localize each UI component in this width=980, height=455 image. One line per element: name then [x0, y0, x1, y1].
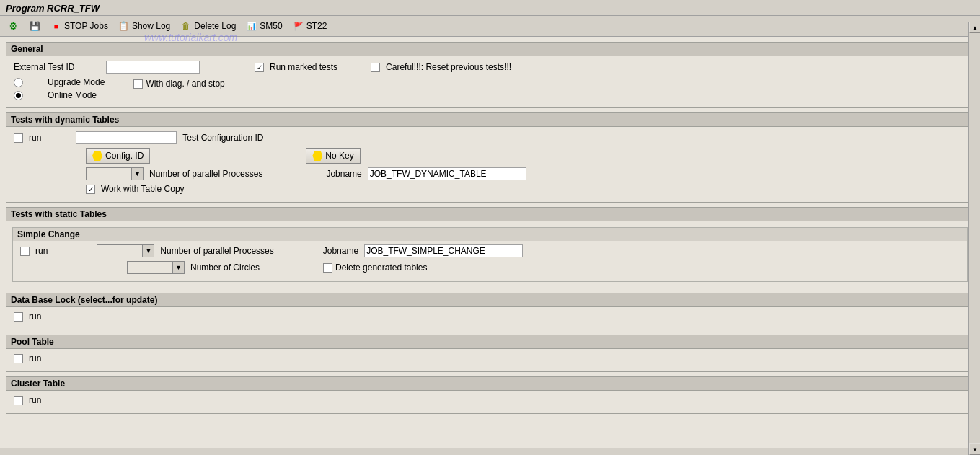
log-icon: 📋 — [118, 20, 130, 32]
mode-group: Upgrade Mode Online Mode — [14, 77, 105, 103]
scroll-down-button[interactable]: ▼ — [969, 443, 980, 455]
circles-dropdown[interactable]: ▼ — [127, 261, 185, 274]
careful-reset-checkbox[interactable] — [371, 63, 380, 72]
save-icon: 💾 — [29, 20, 40, 32]
scroll-thumb[interactable] — [969, 33, 980, 443]
simple-num-parallel-label: Number of parallel Processes — [160, 246, 273, 256]
dynamic-tables-body: run Test Configuration ID Config. ID No … — [6, 127, 974, 202]
st22-icon: 🚩 — [293, 20, 304, 32]
simple-change-header: Simple Change — [13, 228, 967, 241]
delete-log-button[interactable]: 🗑 Delete Log — [177, 19, 239, 33]
db-lock-section: Data Base Lock (select...for update) run — [6, 293, 974, 330]
pool-table-run-checkbox[interactable] — [14, 354, 23, 363]
static-tables-section: Tests with static Tables Simple Change r… — [6, 207, 974, 288]
simple-parallel-dropdown[interactable]: ▼ — [97, 244, 154, 257]
no-key-label: No Key — [325, 151, 353, 161]
pool-table-header: Pool Table — [6, 335, 974, 349]
online-mode-row: Online Mode — [14, 90, 105, 100]
save-button[interactable]: 💾 — [26, 19, 43, 33]
pool-table-run-label: run — [29, 353, 41, 363]
db-lock-run-label: run — [29, 312, 41, 322]
online-mode-label: Online Mode — [48, 90, 97, 100]
dynamic-run-checkbox[interactable] — [14, 133, 23, 143]
config-id-icon — [92, 151, 102, 161]
delete-log-label: Delete Log — [194, 21, 236, 31]
external-test-id-row: External Test ID Run marked tests Carefu… — [14, 61, 966, 74]
external-test-id-input[interactable] — [106, 61, 200, 74]
cluster-table-section: Cluster Table run — [6, 376, 974, 414]
with-diag-label: With diag. / and stop — [146, 79, 224, 89]
test-config-id-input[interactable] — [76, 131, 177, 144]
cluster-table-body: run — [6, 391, 974, 413]
simple-change-run-row: run ▼ Number of parallel Processes Jobna… — [20, 244, 960, 257]
execute-button[interactable]: ⚙ — [4, 19, 22, 33]
with-diag-checkbox[interactable] — [133, 79, 143, 89]
sm50-button[interactable]: 📊 SM50 — [243, 19, 285, 33]
pool-table-run-row: run — [14, 353, 966, 363]
cluster-table-run-checkbox[interactable] — [14, 396, 23, 405]
external-test-id-label: External Test ID — [14, 62, 100, 72]
config-id-button[interactable]: Config. ID — [86, 148, 150, 164]
pool-table-body: run — [6, 349, 974, 371]
diag-group: With diag. / and stop — [133, 79, 224, 92]
scrollbar[interactable]: ▲ ▼ — [968, 22, 980, 455]
circles-dropdown-arrow-icon: ▼ — [172, 262, 184, 273]
dynamic-tables-section: Tests with dynamic Tables run Test Confi… — [6, 112, 974, 203]
jobname-label: Jobname — [326, 169, 361, 179]
simple-jobname-input[interactable] — [364, 244, 523, 257]
upgrade-mode-label: Upgrade Mode — [48, 77, 105, 87]
general-section: General External Test ID Run marked test… — [6, 42, 974, 108]
simple-jobname-label: Jobname — [323, 246, 358, 256]
run-marked-tests-label: Run marked tests — [270, 62, 337, 72]
dynamic-tables-header: Tests with dynamic Tables — [6, 113, 974, 127]
scroll-up-button[interactable]: ▲ — [969, 22, 980, 33]
no-key-icon — [312, 151, 322, 161]
simple-change-body: run ▼ Number of parallel Processes Jobna… — [13, 241, 967, 281]
static-tables-header: Tests with static Tables — [6, 208, 974, 221]
simple-change-run-checkbox[interactable] — [20, 247, 30, 256]
st22-label: ST22 — [306, 21, 327, 31]
work-table-copy-label: Work with Table Copy — [101, 184, 185, 194]
program-title: Program RCRR_TFW — [6, 3, 100, 14]
dynamic-run-label: run — [29, 133, 41, 143]
sm50-label: SM50 — [260, 21, 282, 31]
with-diag-row: With diag. / and stop — [133, 79, 224, 89]
simple-change-run-label: run — [35, 246, 48, 256]
config-id-label: Config. ID — [105, 151, 144, 161]
static-tables-body: Simple Change run ▼ Number of parallel P… — [6, 221, 974, 288]
online-mode-radio[interactable] — [14, 91, 23, 100]
dynamic-processes-row: ▼ Number of parallel Processes Jobname — [86, 167, 966, 180]
dynamic-run-row: run Test Configuration ID — [14, 131, 966, 144]
dynamic-jobname-input[interactable] — [368, 167, 526, 180]
dropdown-arrow-icon: ▼ — [131, 168, 143, 180]
parallel-processes-dropdown[interactable]: ▼ — [86, 167, 144, 180]
delete-tables-label: Delete generated tables — [335, 262, 427, 273]
general-header: General — [6, 43, 974, 56]
db-lock-run-checkbox[interactable] — [14, 312, 23, 322]
db-lock-run-row: run — [14, 312, 966, 322]
show-log-button[interactable]: 📋 Show Log — [115, 19, 173, 33]
title-bar: Program RCRR_TFW — [0, 0, 980, 16]
run-marked-tests-checkbox[interactable] — [255, 63, 264, 72]
st22-button[interactable]: 🚩 ST22 — [290, 19, 330, 33]
work-table-copy-row: Work with Table Copy — [86, 184, 966, 194]
work-table-copy-checkbox[interactable] — [86, 185, 95, 194]
pool-table-section: Pool Table run — [6, 335, 974, 372]
careful-reset-label: Careful!!!: Reset previous tests!!! — [386, 62, 511, 72]
stop-icon: ■ — [50, 20, 62, 32]
cluster-table-run-label: run — [29, 395, 41, 405]
simple-dropdown-arrow-icon: ▼ — [142, 245, 154, 257]
delete-tables-checkbox[interactable] — [323, 263, 332, 273]
main-content: General External Test ID Run marked test… — [0, 37, 980, 448]
cluster-table-run-row: run — [14, 395, 966, 405]
no-key-button[interactable]: No Key — [306, 148, 360, 164]
stop-jobs-button[interactable]: ■ STOP Jobs — [48, 19, 111, 33]
sm50-icon: 📊 — [246, 20, 257, 32]
toolbar: ⚙ 💾 ■ STOP Jobs 📋 Show Log 🗑 Delete Log … — [0, 16, 980, 37]
delete-icon: 🗑 — [180, 20, 192, 32]
num-parallel-label: Number of parallel Processes — [149, 169, 262, 179]
db-lock-header: Data Base Lock (select...for update) — [6, 293, 974, 307]
cluster-table-header: Cluster Table — [6, 377, 974, 391]
stop-jobs-label: STOP Jobs — [64, 21, 108, 31]
upgrade-mode-radio[interactable] — [14, 78, 23, 87]
